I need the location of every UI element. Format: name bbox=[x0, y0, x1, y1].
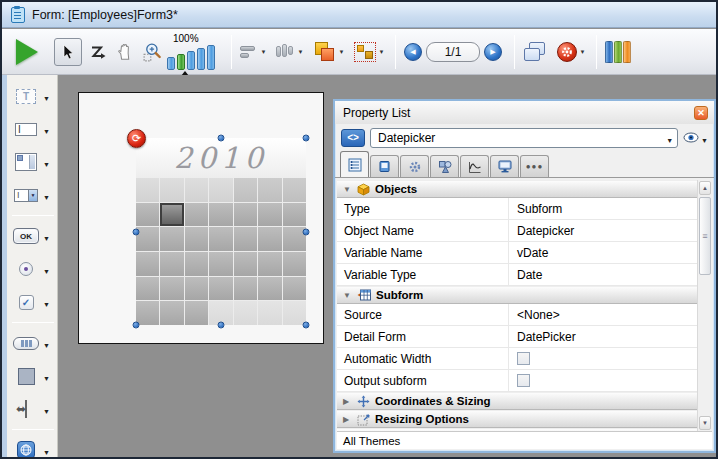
tab-display[interactable] bbox=[490, 155, 519, 177]
section-label: Coordinates & Sizing bbox=[375, 395, 491, 407]
tool-dropdown[interactable] bbox=[43, 293, 50, 311]
actions-dropdown[interactable] bbox=[577, 41, 588, 63]
group-dropdown[interactable] bbox=[376, 41, 387, 63]
distribute-dropdown[interactable] bbox=[295, 41, 306, 63]
section-objects[interactable]: ▼ Objects bbox=[337, 180, 697, 198]
view-options-button[interactable] bbox=[683, 129, 708, 147]
title-bar[interactable]: Form: [Employees]Form3* bbox=[2, 2, 716, 28]
scroll-up-icon[interactable] bbox=[699, 181, 711, 195]
tool-radio-button[interactable] bbox=[8, 254, 57, 284]
automatic-width-checkbox[interactable] bbox=[517, 352, 530, 365]
layers-icon bbox=[314, 42, 336, 62]
prev-page-button[interactable]: ◀ bbox=[404, 43, 422, 61]
tab-events[interactable] bbox=[460, 155, 489, 177]
subform-link-badge[interactable]: ⟳ bbox=[127, 129, 146, 148]
entry-order-tool-button[interactable] bbox=[89, 44, 107, 60]
section-resizing-options[interactable]: ▶ Resizing Options bbox=[337, 410, 697, 428]
close-icon[interactable]: ✕ bbox=[694, 106, 708, 120]
tab-shapes[interactable] bbox=[430, 155, 459, 177]
cube-icon bbox=[357, 183, 370, 196]
layers-dropdown[interactable] bbox=[336, 41, 347, 63]
tool-dropdown[interactable] bbox=[43, 441, 50, 459]
layers-button[interactable] bbox=[314, 42, 336, 62]
zoom-magnifier-icon bbox=[143, 42, 163, 62]
property-value[interactable]: DatePicker bbox=[509, 326, 697, 347]
zoom-bar-5[interactable] bbox=[207, 45, 215, 70]
zoom-tool-button[interactable] bbox=[143, 42, 163, 62]
tool-dropdown[interactable] bbox=[43, 120, 50, 138]
distribute-button[interactable] bbox=[275, 43, 295, 61]
run-button[interactable] bbox=[16, 39, 38, 65]
datepicker-subform-object[interactable]: 2010 ⟳ bbox=[136, 138, 306, 325]
selection-handle-right[interactable] bbox=[303, 228, 310, 235]
property-value[interactable]: Subform bbox=[509, 198, 697, 219]
tool-dropdown[interactable] bbox=[43, 400, 50, 418]
tab-book[interactable] bbox=[370, 155, 399, 177]
tool-list-box[interactable] bbox=[8, 147, 57, 177]
tool-splitter[interactable] bbox=[8, 394, 57, 424]
calendar-cell bbox=[234, 178, 257, 202]
actions-button[interactable] bbox=[557, 42, 577, 62]
scroll-thumb[interactable] bbox=[699, 197, 711, 275]
output-subform-checkbox[interactable] bbox=[517, 374, 530, 387]
selection-handle-top[interactable] bbox=[218, 135, 225, 142]
zoom-bar-3[interactable] bbox=[187, 51, 195, 70]
align-button[interactable] bbox=[240, 44, 258, 60]
group-button[interactable] bbox=[354, 42, 376, 62]
tool-web-area[interactable] bbox=[8, 435, 57, 459]
prev-next-object-buttons[interactable]: <> bbox=[341, 129, 365, 147]
align-dropdown[interactable] bbox=[258, 41, 269, 63]
property-value[interactable]: Date bbox=[509, 264, 697, 285]
tool-dropdown[interactable] bbox=[43, 227, 50, 245]
zoom-bar-1[interactable] bbox=[167, 57, 175, 70]
next-page-button[interactable]: ▶ bbox=[484, 43, 502, 61]
selection-handle-bottom-right[interactable] bbox=[303, 322, 310, 329]
object-selector-combo[interactable]: Datepicker bbox=[370, 128, 678, 148]
tool-dropdown[interactable] bbox=[43, 153, 50, 171]
tool-button[interactable]: OK bbox=[8, 221, 57, 251]
zoom-bar-current[interactable] bbox=[177, 54, 185, 70]
property-list-titlebar[interactable]: Property List ✕ bbox=[335, 101, 714, 124]
tool-dropdown[interactable] bbox=[43, 87, 50, 105]
select-tool-button[interactable] bbox=[54, 38, 82, 66]
tab-gear[interactable] bbox=[400, 155, 429, 177]
library-button[interactable] bbox=[605, 41, 631, 63]
scroll-down-icon[interactable] bbox=[699, 416, 711, 430]
book-icon bbox=[378, 160, 391, 173]
property-value[interactable]: <None> bbox=[509, 304, 697, 325]
group-icon bbox=[354, 42, 376, 62]
forms-button[interactable] bbox=[523, 41, 547, 63]
tool-dropdown[interactable] bbox=[43, 367, 50, 385]
tool-combo-box[interactable]: I▼ bbox=[8, 180, 57, 210]
zoom-level-control[interactable]: 100% bbox=[167, 33, 215, 70]
selection-handle-bottom-left[interactable] bbox=[133, 322, 140, 329]
tool-dropdown[interactable] bbox=[43, 260, 50, 278]
selection-handle-bottom[interactable] bbox=[218, 322, 225, 329]
property-value[interactable]: Datepicker bbox=[509, 220, 697, 241]
property-value[interactable]: vDate bbox=[509, 242, 697, 263]
tab-more[interactable]: ●●● bbox=[520, 155, 549, 177]
monitor-icon bbox=[498, 160, 512, 173]
section-subform[interactable]: ▼ Subform bbox=[337, 286, 697, 304]
tool-static-text[interactable]: T bbox=[8, 81, 57, 111]
tool-check-box[interactable]: ✓ bbox=[8, 287, 57, 317]
tool-dropdown[interactable] bbox=[43, 334, 50, 352]
themes-footer: All Themes bbox=[337, 431, 712, 449]
tab-properties-list[interactable] bbox=[340, 151, 369, 177]
zoom-bars[interactable] bbox=[167, 45, 215, 70]
tool-rectangle[interactable] bbox=[8, 361, 57, 391]
property-row-variable-name: Variable Name vDate bbox=[337, 242, 697, 264]
calendar-cell bbox=[283, 178, 306, 202]
selection-handle-left[interactable] bbox=[133, 228, 140, 235]
calendar-cell bbox=[234, 203, 257, 227]
page-indicator[interactable]: 1/1 bbox=[426, 42, 480, 62]
tool-button-grid[interactable] bbox=[8, 328, 57, 358]
property-scrollbar[interactable] bbox=[697, 180, 712, 431]
tool-input-field[interactable]: I bbox=[8, 114, 57, 144]
zoom-bar-4[interactable] bbox=[197, 48, 205, 70]
form-page[interactable]: 2010 ⟳ bbox=[78, 92, 324, 344]
tool-dropdown[interactable] bbox=[43, 186, 50, 204]
section-coordinates-sizing[interactable]: ▶ Coordinates & Sizing bbox=[337, 392, 697, 410]
hand-tool-button[interactable] bbox=[116, 43, 134, 61]
selection-handle-top-right[interactable] bbox=[303, 135, 310, 142]
